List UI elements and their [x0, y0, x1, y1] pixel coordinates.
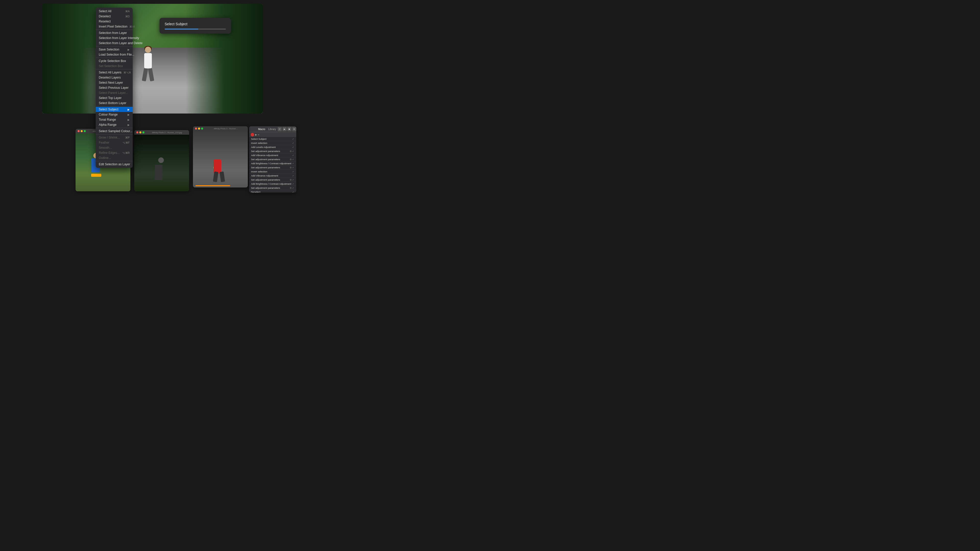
macro-item-add-brightness-2-label: Add Brightness / Contrast Adjustment — [251, 183, 292, 185]
macro-item-add-brightness-1-label: Add Brightness / Contrast Adjustment — [251, 162, 292, 165]
macro-item-invert-1-check: ✓ — [292, 142, 294, 144]
menu-item-select-bottom-layer[interactable]: Select Bottom Layer — [96, 100, 133, 106]
menu-item-colour-range[interactable]: Colour Range ▶ — [96, 112, 133, 117]
menu-separator-6 — [96, 128, 133, 128]
menu-item-cycle-selection-box[interactable]: Cycle Selection Box — [96, 59, 133, 64]
menu-item-selection-from-layer-label: Selection from Layer — [99, 31, 130, 35]
menu-item-outline-label: Outline... — [99, 156, 130, 160]
menu-item-cycle-selection-box-label: Cycle Selection Box — [99, 59, 130, 63]
macro-item-set-adj-2[interactable]: Set adjustment parameters ⚙ ✓ — [249, 157, 296, 162]
menu-item-select-subject[interactable]: Select Subject ▶ — [96, 107, 133, 112]
menu-item-refine-edges: Refine Edges... ⌥⌘R — [96, 150, 133, 156]
macro-item-deselect-check: ✓ — [292, 191, 294, 193]
runner-leg-right — [148, 68, 154, 81]
macro-play-button[interactable]: ▶ — [255, 133, 257, 136]
menu-item-save-selection-label: Save Selection — [99, 48, 127, 51]
thumbnail-window-2[interactable]: Affinity Photo 2 - Runner_219.jpg — [134, 130, 189, 191]
menu-item-select-top-layer[interactable]: Select Top Layer — [96, 95, 133, 100]
bottom-panel: Affinity Photo 1 - Runner_0004.jpg Affin… — [0, 124, 372, 205]
menu-item-select-all-layers-shortcut: ⌘⌥A — [124, 71, 131, 74]
menu-item-select-previous-layer[interactable]: Select Previous Layer — [96, 85, 133, 90]
minimize-dot-1[interactable] — [81, 130, 83, 132]
menu-item-save-selection[interactable]: Save Selection ▶ — [96, 47, 133, 52]
macro-item-set-adj-1-check: ✓ — [292, 150, 294, 152]
macro-item-add-brightness-2[interactable]: Add Brightness / Contrast Adjustment ✓ — [249, 182, 296, 186]
macro-item-deselect[interactable]: Deselect ✓ — [249, 190, 296, 192]
thumbnail-2-titlebar: Affinity Photo 2 - Runner_219.jpg — [134, 130, 189, 135]
tab-macro[interactable]: Macro — [258, 128, 266, 130]
tab-library[interactable]: Library — [268, 128, 276, 130]
macro-item-deselect-label: Deselect — [251, 191, 292, 192]
close-dot-2[interactable] — [136, 131, 138, 133]
menu-item-tonal-range[interactable]: Tonal Range ▶ — [96, 117, 133, 122]
macro-item-set-adj-1[interactable]: Set adjustment parameters ⚙ ✓ — [249, 149, 296, 153]
minimize-dot-2[interactable] — [139, 131, 142, 133]
macro-item-add-vibrance-2[interactable]: Add Vibrance Adjustment ✓ — [249, 174, 296, 178]
close-dot-3[interactable] — [195, 127, 197, 130]
macro-item-set-adj-3-gear: ⚙ — [290, 166, 292, 169]
macro-item-set-adj-4-gear: ⚙ — [290, 179, 292, 181]
macro-icon-play[interactable]: ▶ — [283, 127, 286, 131]
macro-item-select-subject[interactable]: Select Subject ✓ — [249, 137, 296, 141]
menu-item-selection-from-layer-delete[interactable]: Selection from Layer and Delete — [96, 41, 133, 46]
macro-item-add-vibrance-1-label: Add Vibrance Adjustment — [251, 154, 292, 157]
menu-item-deselect[interactable]: Deselect ⌘D — [96, 14, 133, 19]
thumbnail-window-3[interactable]: Affinity Photo 3 - Runner... — [193, 126, 248, 187]
menu-item-load-selection[interactable]: Load Selection from File... — [96, 52, 133, 57]
macro-icon-record[interactable]: ⏺ — [287, 127, 291, 131]
menu-item-invert-pixel[interactable]: Invert Pixel Selection ⌘⇧I — [96, 24, 133, 29]
macro-item-add-vibrance-1[interactable]: Add Vibrance Adjustment ✓ — [249, 153, 296, 157]
menu-item-deselect-layers-label: Deselect Layers — [99, 76, 130, 79]
menu-item-edit-selection-as-layer[interactable]: Edit Selection as Layer — [96, 162, 133, 167]
macro-icon-refresh[interactable]: ↺ — [278, 127, 282, 131]
close-dot-1[interactable] — [78, 130, 80, 132]
menu-item-smooth: Smooth... — [96, 145, 133, 150]
menu-item-alpha-range[interactable]: Alpha Range ▶ — [96, 122, 133, 127]
macro-item-add-vibrance-2-label: Add Vibrance Adjustment — [251, 174, 292, 177]
maximize-dot-1[interactable] — [84, 130, 86, 132]
menu-item-select-all-layers-label: Select All Layers — [99, 71, 121, 74]
dark-runner-scene — [134, 135, 189, 191]
tonal-range-arrow: ▶ — [127, 118, 130, 121]
menu-item-feather: Feather ⌥⌘F — [96, 140, 133, 145]
menu-item-reselect-label: Reselect — [99, 20, 130, 23]
runner-head — [145, 47, 151, 53]
red-runner-scene — [193, 131, 248, 187]
menu-item-alpha-range-label: Alpha Range — [99, 123, 127, 127]
menu-item-select-all-layers[interactable]: Select All Layers ⌘⌥A — [96, 70, 133, 75]
progress-bar-background — [165, 29, 226, 30]
select-subject-title: Select Subject — [165, 22, 226, 26]
maximize-dot-3[interactable] — [201, 127, 203, 130]
macro-item-add-levels[interactable]: Add Levels Adjustment ✓ — [249, 145, 296, 149]
macro-item-set-adj-3-label: Set adjustment parameters — [251, 166, 290, 169]
menu-item-feather-label: Feather — [99, 141, 121, 144]
menu-item-selection-from-layer-intensity[interactable]: Selection from Layer Intensity — [96, 35, 133, 41]
macro-item-add-brightness-1[interactable]: Add Brightness / Contrast Adjustment ✓ — [249, 162, 296, 165]
macro-item-set-adj-5[interactable]: Set adjustment parameters ⚙ ✓ — [249, 186, 296, 190]
macro-item-add-vibrance-1-check: ✓ — [292, 154, 294, 157]
menu-item-select-all[interactable]: Select All ⌘A — [96, 9, 133, 14]
macro-item-set-adj-4[interactable]: Set adjustment parameters ⚙ ✓ — [249, 178, 296, 182]
macro-item-invert-selection-2[interactable]: Invert selection ✓ — [249, 170, 296, 174]
macro-icon-settings[interactable]: ⚙ — [292, 127, 296, 131]
macro-item-set-adj-3[interactable]: Set adjustment parameters ⚙ ✓ — [249, 165, 296, 170]
menu-item-reselect[interactable]: Reselect — [96, 19, 133, 24]
menu-item-load-selection-label: Load Selection from File... — [99, 53, 134, 56]
macro-item-invert-selection-1[interactable]: Invert selection ✓ — [249, 141, 296, 145]
menu-item-select-bottom-layer-label: Select Bottom Layer — [99, 101, 130, 105]
menu-item-outline: Outline... — [96, 156, 133, 160]
menu-item-select-next-layer[interactable]: Select Next Layer — [96, 80, 133, 85]
minimize-dot-3[interactable] — [198, 127, 200, 130]
macro-stop-button[interactable]: ■ — [258, 133, 259, 136]
macro-record-button[interactable] — [251, 133, 254, 137]
macro-item-set-adj-3-check: ✓ — [292, 166, 294, 169]
menu-item-edit-selection-as-layer-label: Edit Selection as Layer — [99, 162, 130, 166]
menu-item-selection-from-layer[interactable]: Selection from Layer — [96, 30, 133, 35]
macro-playback-toolbar: ▶ ■ — [249, 132, 296, 137]
menu-item-deselect-layers[interactable]: Deselect Layers — [96, 75, 133, 80]
thumbnail-3-progress — [196, 185, 245, 186]
runner-figure — [138, 45, 158, 86]
maximize-dot-2[interactable] — [142, 131, 145, 133]
menu-separator-5 — [96, 106, 133, 106]
menu-item-select-sampled-colour[interactable]: Select Sampled Colour... — [96, 129, 133, 134]
